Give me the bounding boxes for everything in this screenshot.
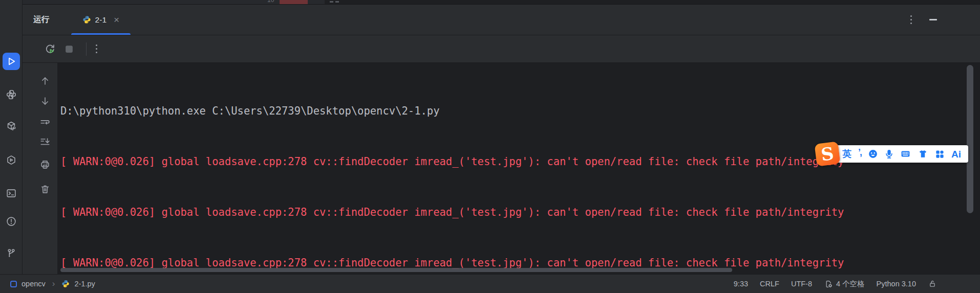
stop-icon xyxy=(63,43,75,55)
sogou-logo-icon[interactable]: S xyxy=(814,141,840,166)
panel-title: 运行 xyxy=(33,14,50,25)
toolbar-separator xyxy=(86,42,87,56)
terminal-button[interactable] xyxy=(3,185,20,202)
editor-sliver-red-box xyxy=(280,0,308,5)
python-packages-icon xyxy=(6,121,17,132)
stop-button[interactable] xyxy=(61,41,77,57)
vertical-scrollbar-thumb[interactable] xyxy=(967,65,973,213)
play-icon xyxy=(6,56,17,67)
down-stack-trace-icon[interactable] xyxy=(39,96,51,107)
console-line: [ WARN:0@0.026] global loadsave.cpp:278 … xyxy=(60,204,980,221)
ime-emoji-icon[interactable] xyxy=(868,149,878,159)
rerun-button[interactable] xyxy=(42,41,57,57)
scroll-to-end-icon[interactable] xyxy=(39,136,51,147)
ime-keyboard-icon[interactable] xyxy=(900,149,911,159)
caret-position[interactable]: 9:33 xyxy=(734,280,748,288)
unlock-icon[interactable] xyxy=(928,279,937,288)
problems-button[interactable] xyxy=(3,213,20,230)
breadcrumb-project[interactable]: opencv xyxy=(22,280,46,288)
tab-close-icon[interactable]: × xyxy=(114,15,119,25)
python-packages-button[interactable] xyxy=(3,118,20,135)
tab-2-1[interactable]: 2-1 × xyxy=(71,5,131,35)
python-console-button[interactable] xyxy=(3,86,20,103)
line-separator[interactable]: CRLF xyxy=(760,280,779,288)
status-bar: opencv › 2-1.py 9:33 CRLF UTF-8 4 个空格 Py… xyxy=(0,274,980,293)
python-console-icon xyxy=(6,89,17,100)
project-icon xyxy=(10,281,17,287)
python-file-icon xyxy=(82,15,91,24)
print-icon[interactable] xyxy=(39,159,51,170)
console-line: D:\python310\python.exe C:\Users\22739\D… xyxy=(60,103,980,120)
ime-apps-grid-icon[interactable] xyxy=(935,149,945,159)
indent-config-icon xyxy=(824,279,834,289)
up-stack-trace-icon[interactable] xyxy=(39,75,51,86)
ime-toolbar: S 英 ’, Ai xyxy=(816,143,968,165)
services-icon xyxy=(6,154,17,166)
run-panel-header: 运行 2-1 × xyxy=(23,5,980,35)
horizontal-scrollbar-thumb[interactable] xyxy=(60,268,732,272)
editor-sliver-mark xyxy=(330,1,333,3)
console-gutter xyxy=(23,63,57,274)
tab-label: 2-1 xyxy=(95,15,106,25)
indent-label: 4 个空格 xyxy=(836,279,865,289)
run-toolbar xyxy=(23,35,980,63)
breadcrumb-file[interactable]: 2-1.py xyxy=(74,280,95,288)
clear-console-icon[interactable] xyxy=(39,184,51,195)
terminal-icon xyxy=(6,188,17,199)
indent-setting[interactable]: 4 个空格 xyxy=(824,279,865,289)
panel-options-icon[interactable] xyxy=(908,13,914,26)
python-interpreter[interactable]: Python 3.10 xyxy=(877,280,916,288)
soft-wrap-icon[interactable] xyxy=(39,117,51,128)
breadcrumb: opencv › 2-1.py xyxy=(10,279,95,289)
version-control-button[interactable] xyxy=(3,244,20,262)
active-tab-underline xyxy=(71,33,131,35)
ime-skin-icon[interactable] xyxy=(918,149,928,159)
run-tool-window-button[interactable] xyxy=(3,53,20,70)
ime-language-mode[interactable]: 英 xyxy=(842,149,851,159)
console-output[interactable]: D:\python310\python.exe C:\Users\22739\D… xyxy=(57,63,980,274)
ime-voice-icon[interactable] xyxy=(885,149,893,159)
ime-bar: 英 ’, Ai xyxy=(834,145,968,163)
git-branch-icon xyxy=(6,247,17,259)
editor-bottom-sliver: 10 xyxy=(23,0,980,5)
tool-window-bar xyxy=(0,0,23,274)
toolbar-more-icon[interactable] xyxy=(94,42,99,55)
python-file-icon xyxy=(61,280,70,288)
services-button[interactable] xyxy=(3,151,20,169)
ime-punctuation-icon[interactable]: ’, xyxy=(858,148,861,157)
file-encoding[interactable]: UTF-8 xyxy=(791,280,812,288)
editor-sliver-line-number: 10 xyxy=(267,0,274,4)
hide-panel-icon[interactable] xyxy=(929,19,937,20)
ime-ai-button[interactable]: Ai xyxy=(951,149,961,159)
problems-icon xyxy=(6,216,17,227)
editor-sliver-mark xyxy=(335,1,339,3)
chevron-right-icon: › xyxy=(52,279,55,289)
rerun-icon xyxy=(44,43,56,55)
